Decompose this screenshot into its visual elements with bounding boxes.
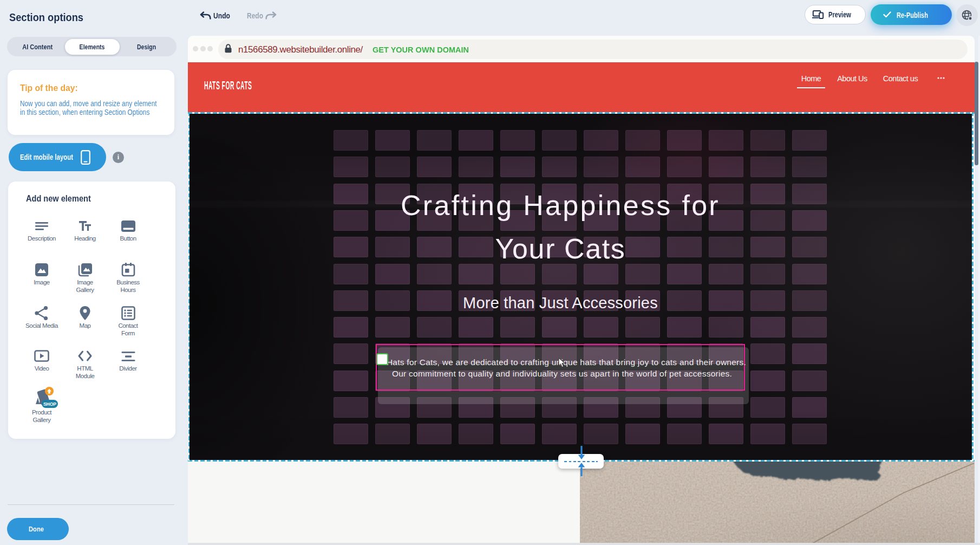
- svg-text:SHOP: SHOP: [43, 401, 56, 407]
